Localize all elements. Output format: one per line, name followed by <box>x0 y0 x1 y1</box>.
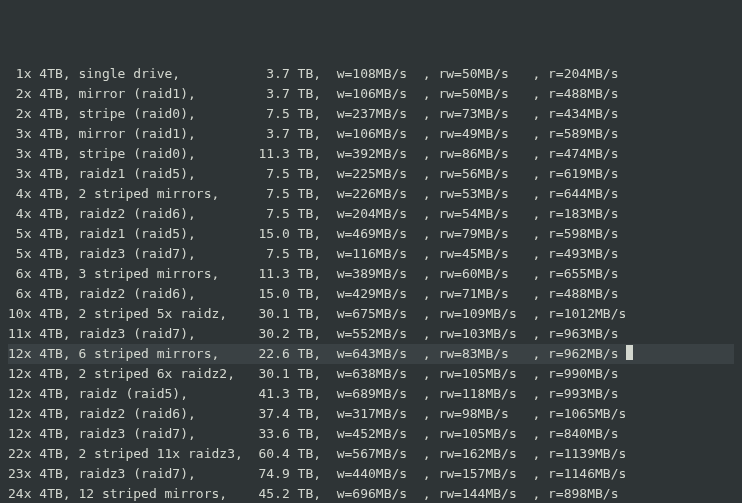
table-row: 12x 4TB, 2 striped 6x raidz2, 30.1 TB, w… <box>8 364 734 384</box>
table-row: 12x 4TB, 6 striped mirrors, 22.6 TB, w=6… <box>8 344 734 364</box>
table-row: 6x 4TB, 3 striped mirrors, 11.3 TB, w=38… <box>8 264 734 284</box>
table-row: 11x 4TB, raidz3 (raid7), 30.2 TB, w=552M… <box>8 324 734 344</box>
table-row: 3x 4TB, raidz1 (raid5), 7.5 TB, w=225MB/… <box>8 164 734 184</box>
table-row: 2x 4TB, stripe (raid0), 7.5 TB, w=237MB/… <box>8 104 734 124</box>
terminal-output: 1x 4TB, single drive, 3.7 TB, w=108MB/s … <box>8 64 734 503</box>
table-row: 3x 4TB, mirror (raid1), 3.7 TB, w=106MB/… <box>8 124 734 144</box>
table-row: 10x 4TB, 2 striped 5x raidz, 30.1 TB, w=… <box>8 304 734 324</box>
table-row: 12x 4TB, raidz2 (raid6), 37.4 TB, w=317M… <box>8 404 734 424</box>
table-row: 3x 4TB, stripe (raid0), 11.3 TB, w=392MB… <box>8 144 734 164</box>
table-row: 22x 4TB, 2 striped 11x raidz3, 60.4 TB, … <box>8 444 734 464</box>
table-row: 12x 4TB, raidz (raid5), 41.3 TB, w=689MB… <box>8 384 734 404</box>
table-row: 5x 4TB, raidz1 (raid5), 15.0 TB, w=469MB… <box>8 224 734 244</box>
table-row: 12x 4TB, raidz3 (raid7), 33.6 TB, w=452M… <box>8 424 734 444</box>
table-row: 2x 4TB, mirror (raid1), 3.7 TB, w=106MB/… <box>8 84 734 104</box>
table-row: 23x 4TB, raidz3 (raid7), 74.9 TB, w=440M… <box>8 464 734 484</box>
table-row: 6x 4TB, raidz2 (raid6), 15.0 TB, w=429MB… <box>8 284 734 304</box>
table-row: 4x 4TB, raidz2 (raid6), 7.5 TB, w=204MB/… <box>8 204 734 224</box>
table-row: 5x 4TB, raidz3 (raid7), 7.5 TB, w=116MB/… <box>8 244 734 264</box>
text-cursor <box>626 345 633 360</box>
table-row: 24x 4TB, 12 striped mirrors, 45.2 TB, w=… <box>8 484 734 503</box>
table-row: 4x 4TB, 2 striped mirrors, 7.5 TB, w=226… <box>8 184 734 204</box>
table-row: 1x 4TB, single drive, 3.7 TB, w=108MB/s … <box>8 64 734 84</box>
